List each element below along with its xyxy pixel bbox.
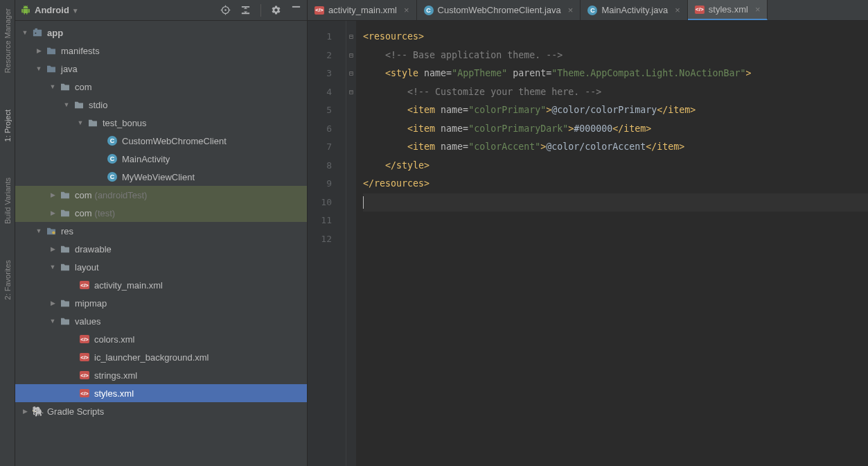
- tree-node-testbonus[interactable]: ▼test_bonus: [15, 114, 307, 132]
- xml-icon: </>: [80, 335, 89, 343]
- svg-point-9: [35, 33, 36, 34]
- tree-node-drawable[interactable]: ▶drawable: [15, 240, 307, 258]
- project-tree[interactable]: ▼app ▶manifests ▼java ▼com ▼stdio ▼test_…: [15, 21, 307, 466]
- xml-icon: </>: [80, 389, 89, 397]
- tree-node-stdio[interactable]: ▼stdio: [15, 96, 307, 114]
- tab-styles[interactable]: </>styles.xml×: [688, 0, 768, 20]
- close-icon[interactable]: ×: [404, 5, 409, 15]
- xml-icon: </>: [80, 353, 89, 361]
- svg-rect-8: [35, 28, 38, 31]
- tree-leaf-activity-main[interactable]: ▶</>activity_main.xml: [15, 276, 307, 294]
- collapse-icon[interactable]: [240, 5, 251, 15]
- class-icon: C: [424, 6, 434, 15]
- tree-leaf-ic-launcher-bg[interactable]: ▶</>ic_launcher_background.xml: [15, 348, 307, 366]
- tool-window-rail: Resource Manager 1: Project Build Varian…: [0, 0, 15, 466]
- tree-node-com-test[interactable]: ▶com(test): [15, 204, 307, 222]
- tree-node-com-androidtest[interactable]: ▶com(androidTest): [15, 186, 307, 204]
- close-icon[interactable]: ×: [675, 5, 680, 15]
- class-icon: C: [107, 136, 117, 146]
- tab-customwebchromeclient[interactable]: CCustomWebChromeClient.java×: [417, 0, 581, 20]
- hide-icon[interactable]: [291, 5, 301, 15]
- code-content[interactable]: <resources> <!-- Base application theme.…: [356, 21, 868, 466]
- class-icon: C: [107, 154, 117, 164]
- tree-node-app[interactable]: ▼app: [15, 24, 307, 42]
- class-icon: C: [587, 6, 597, 15]
- rail-tab-project[interactable]: 1: Project: [2, 105, 13, 146]
- target-icon[interactable]: [220, 5, 231, 15]
- xml-icon: </>: [80, 371, 89, 379]
- tree-node-manifests[interactable]: ▶manifests: [15, 42, 307, 60]
- svg-rect-7: [33, 30, 42, 37]
- editor-area: </>activity_main.xml× CCustomWebChromeCl…: [308, 0, 868, 466]
- tree-leaf-mainactivity[interactable]: ▶CMainActivity: [15, 150, 307, 168]
- editor-tabs: </>activity_main.xml× CCustomWebChromeCl…: [308, 0, 868, 21]
- gradle-icon: 🐘: [32, 406, 43, 417]
- tree-node-com[interactable]: ▼com: [15, 78, 307, 96]
- tree-node-res[interactable]: ▼res: [15, 222, 307, 240]
- close-icon[interactable]: ×: [568, 5, 574, 15]
- xml-icon: </>: [315, 6, 324, 15]
- tree-leaf-styles[interactable]: ▶</>styles.xml: [15, 384, 307, 402]
- chevron-down-icon: ▼: [72, 7, 79, 15]
- tree-node-java[interactable]: ▼java: [15, 60, 307, 78]
- line-gutter: 123456789101112: [308, 21, 346, 466]
- tab-mainactivity[interactable]: CMainActivity.java×: [581, 0, 687, 20]
- tree-leaf-strings[interactable]: ▶</>strings.xml: [15, 366, 307, 384]
- rail-tab-build-variants[interactable]: Build Variants: [2, 173, 13, 228]
- sidebar-header: Android▼: [15, 0, 307, 21]
- tree-node-values[interactable]: ▼values: [15, 312, 307, 330]
- gear-icon[interactable]: [271, 5, 281, 15]
- sidebar-view-selector[interactable]: Android▼: [35, 5, 216, 15]
- tree-node-layout[interactable]: ▼layout: [15, 258, 307, 276]
- xml-icon: </>: [695, 6, 705, 14]
- tab-activity-main[interactable]: </>activity_main.xml×: [308, 0, 417, 20]
- fold-column[interactable]: ⊟⊟⊟⊟: [346, 21, 356, 466]
- project-sidebar: Android▼ ▼app ▶manifests ▼java ▼com ▼std…: [15, 0, 308, 466]
- svg-point-1: [224, 9, 227, 11]
- rail-tab-resource-manager[interactable]: Resource Manager: [2, 4, 13, 78]
- android-icon: [21, 6, 30, 15]
- divider: [260, 4, 261, 17]
- tree-leaf-mywebviewclient[interactable]: ▶CMyWebViewClient: [15, 168, 307, 186]
- close-icon[interactable]: ×: [755, 4, 761, 15]
- rail-tab-favorites[interactable]: 2: Favorites: [2, 256, 13, 304]
- tree-leaf-customwebchromeclient[interactable]: ▶CCustomWebChromeClient: [15, 132, 307, 150]
- class-icon: C: [107, 172, 117, 182]
- tree-node-gradle-scripts[interactable]: ▶🐘Gradle Scripts: [15, 402, 307, 420]
- editor-body[interactable]: 123456789101112 ⊟⊟⊟⊟ <resources> <!-- Ba…: [308, 21, 868, 466]
- svg-rect-6: [292, 6, 300, 8]
- tree-leaf-colors[interactable]: ▶</>colors.xml: [15, 330, 307, 348]
- svg-point-10: [52, 231, 55, 234]
- tree-node-mipmap[interactable]: ▶mipmap: [15, 294, 307, 312]
- xml-icon: </>: [80, 281, 89, 289]
